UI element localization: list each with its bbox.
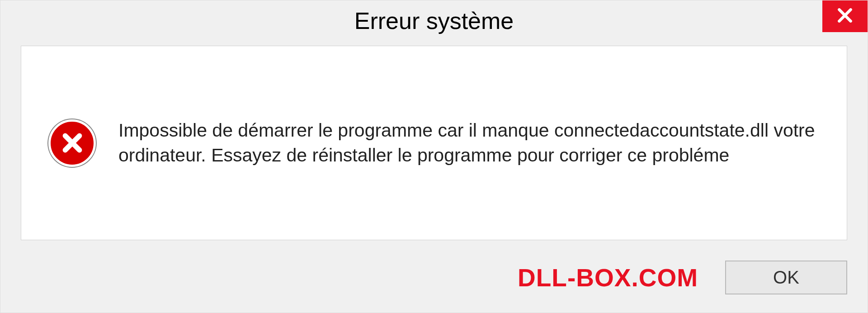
ok-button[interactable]: OK <box>725 261 847 294</box>
watermark-text: DLL-BOX.COM <box>518 263 698 292</box>
error-message: Impossible de démarrer le programme car … <box>118 118 820 168</box>
close-icon <box>836 7 854 26</box>
error-icon <box>48 119 96 167</box>
title-bar: Erreur système <box>0 0 868 41</box>
content-area: Impossible de démarrer le programme car … <box>21 46 847 240</box>
dialog-footer: DLL-BOX.COM OK <box>0 249 868 313</box>
error-dialog: Erreur système Impossible de démarrer le… <box>0 0 868 313</box>
dialog-title: Erreur système <box>354 7 514 34</box>
close-button[interactable] <box>822 0 868 32</box>
ok-button-label: OK <box>773 267 799 288</box>
